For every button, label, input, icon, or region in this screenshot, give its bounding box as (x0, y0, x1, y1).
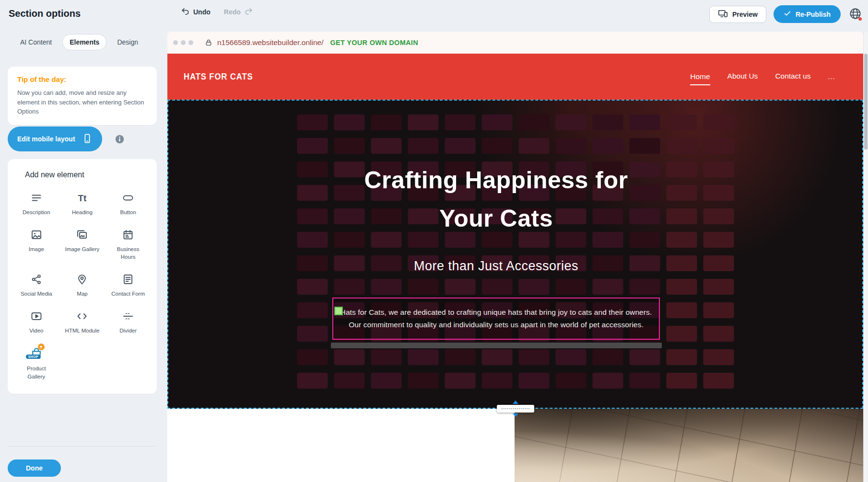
hero-heading[interactable]: Crafting Happiness for Your Cats (340, 161, 652, 238)
undo-redo-group: Undo Redo (181, 7, 253, 17)
get-your-own-domain-link[interactable]: GET YOUR OWN DOMAIN (330, 39, 418, 46)
window-dot (181, 40, 186, 45)
element-map[interactable]: Map (59, 273, 106, 298)
notification-dot (858, 17, 862, 21)
site-logo[interactable]: HATS FOR CATS (184, 71, 253, 82)
info-icon[interactable] (115, 134, 125, 144)
hero-section[interactable]: Crafting Happiness for Your Cats More th… (167, 100, 863, 409)
site-nav: Home About Us Contact us ... (690, 72, 835, 81)
contact-form-icon (122, 273, 134, 286)
tip-body: Now you can add, move and resize any ele… (17, 88, 147, 116)
lock-icon (205, 39, 212, 46)
element-label: Heading (72, 208, 93, 216)
nav-contact-us[interactable]: Contact us (775, 72, 810, 81)
element-grid: Description Tt Heading Button Image (13, 192, 151, 380)
check-icon (784, 10, 791, 19)
element-image-gallery[interactable]: Image Gallery (59, 229, 106, 253)
drop-indicator (331, 343, 662, 348)
topbar-actions: Preview Re-Publish (709, 5, 862, 23)
nav-about-us[interactable]: About Us (727, 72, 758, 81)
page-title: Section options (9, 8, 81, 19)
preview-button[interactable]: Preview (709, 6, 766, 23)
element-label: HTML Module (65, 327, 100, 334)
element-html-module[interactable]: HTML Module (59, 310, 106, 334)
section-resize-handle[interactable] (497, 401, 534, 417)
element-label: Image Gallery (65, 245, 100, 253)
element-button[interactable]: Button (105, 192, 151, 216)
canvas-scrollbar (863, 32, 868, 482)
language-globe-button[interactable] (848, 7, 862, 22)
element-product-gallery[interactable]: SHOP Product Gallery (13, 347, 59, 380)
image-icon (30, 229, 43, 241)
element-label: Contact Form (111, 290, 145, 298)
republish-button[interactable]: Re-Publish (774, 5, 841, 23)
redo-button[interactable]: Redo (224, 7, 253, 17)
nav-more-button[interactable]: ... (828, 72, 835, 81)
element-label: Divider (119, 327, 137, 334)
add-new-element-title: Add new element (25, 171, 151, 179)
selected-text-element[interactable]: Hats for Cats, we are dedicated to craft… (332, 298, 660, 340)
window-dot (173, 40, 178, 45)
element-label: Product Gallery (19, 365, 54, 380)
product-gallery-icon: SHOP (30, 347, 43, 360)
element-business-hours[interactable]: Business Hours (105, 229, 151, 261)
business-hours-icon (122, 229, 134, 241)
element-label: Business Hours (110, 245, 146, 261)
selection-resize-handle[interactable] (334, 307, 343, 315)
video-icon (30, 310, 43, 322)
window-control-dots (173, 40, 193, 45)
section-options-sidebar: AI Content Elements Design Tip of the da… (0, 28, 163, 482)
element-label: Social Media (21, 290, 52, 298)
map-pin-icon (76, 273, 88, 286)
social-media-icon (30, 273, 43, 286)
tip-of-the-day-card: Tip of the day: Now you can add, move an… (8, 67, 157, 125)
resize-arrow-up-icon (513, 401, 518, 404)
tab-ai-content[interactable]: AI Content (13, 34, 59, 50)
site-url: n1566589.websitebuilder.online/ (217, 38, 323, 47)
devices-icon (718, 9, 728, 20)
hero-subheading[interactable]: More than Just Accessories (414, 259, 578, 274)
editor-canvas: n1566589.websitebuilder.online/ GET YOUR… (167, 28, 868, 482)
upgrade-badge-icon (38, 344, 45, 350)
next-section[interactable] (167, 409, 863, 482)
element-divider[interactable]: Divider (105, 310, 151, 334)
undo-icon (181, 7, 190, 17)
sidebar-divider (8, 446, 157, 447)
scrollbar-thumb[interactable] (864, 54, 868, 149)
element-video[interactable]: Video (13, 310, 59, 334)
element-social-media[interactable]: Social Media (13, 273, 59, 298)
undo-button[interactable]: Undo (181, 7, 211, 17)
redo-label: Redo (224, 8, 241, 16)
hero-content: Crafting Happiness for Your Cats More th… (167, 100, 844, 409)
element-label: Image (29, 245, 44, 253)
preview-label: Preview (732, 11, 758, 18)
divider-icon (122, 310, 134, 322)
done-button[interactable]: Done (8, 459, 61, 477)
tab-design[interactable]: Design (110, 34, 145, 50)
element-label: Map (77, 290, 87, 298)
sidebar-tabs: AI Content Elements Design (13, 34, 145, 50)
undo-label: Undo (193, 8, 211, 16)
browser-chrome-bar: n1566589.websitebuilder.online/ GET YOUR… (167, 32, 863, 54)
element-image[interactable]: Image (13, 229, 59, 253)
edit-mobile-label: Edit mobile layout (17, 135, 75, 143)
phone-icon (82, 133, 93, 145)
shop-badge: SHOP (26, 355, 41, 359)
nav-home[interactable]: Home (690, 72, 710, 85)
code-icon (76, 310, 88, 322)
element-contact-form[interactable]: Contact Form (105, 273, 151, 298)
site-header[interactable]: HATS FOR CATS Home About Us Contact us .… (167, 54, 863, 100)
tab-elements[interactable]: Elements (62, 34, 106, 50)
resize-grip (497, 405, 534, 413)
floor-image (515, 409, 863, 482)
top-toolbar: Section options Undo Redo Preview Re-P (0, 0, 868, 28)
hero-paragraph[interactable]: Hats for Cats, we are dedicated to craft… (340, 306, 652, 332)
edit-mobile-layout-button[interactable]: Edit mobile layout (8, 126, 102, 151)
republish-label: Re-Publish (796, 11, 831, 18)
image-gallery-icon (76, 229, 88, 241)
element-heading[interactable]: Tt Heading (59, 192, 106, 216)
button-icon (122, 192, 134, 204)
edit-mobile-row: Edit mobile layout (8, 126, 125, 151)
resize-arrow-down-icon (513, 413, 518, 417)
element-description[interactable]: Description (13, 192, 59, 216)
